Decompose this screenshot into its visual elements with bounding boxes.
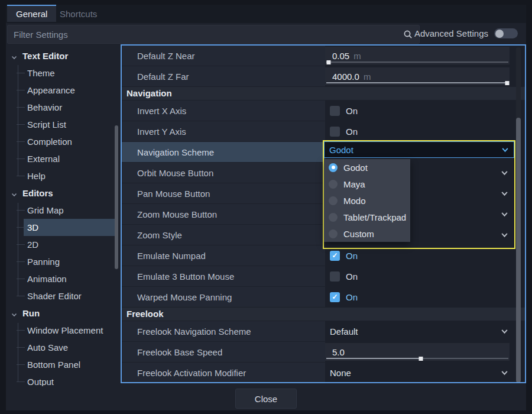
sidebar-section-text-editor[interactable]: Text Editor xyxy=(7,47,116,64)
tree-label: Script List xyxy=(27,119,66,130)
setting-row-freelook-navigation-scheme: Freelook Navigation Scheme Default xyxy=(122,321,525,341)
popup-option-tablet-trackpad[interactable]: Tablet/Trackpad xyxy=(324,209,410,225)
setting-row-freelook-activation-modifier: Freelook Activation Modifier None xyxy=(122,363,525,383)
tree-label: Shader Editor xyxy=(27,291,82,301)
setting-label: Pan Mouse Button xyxy=(137,189,210,199)
sidebar-item-panning[interactable]: Panning xyxy=(7,253,116,270)
sidebar-scrollbar[interactable] xyxy=(115,125,118,269)
close-button[interactable]: Close xyxy=(235,389,297,409)
sidebar-item-window-placement[interactable]: Window Placement xyxy=(7,322,116,339)
setting-value: 0.05 xyxy=(332,51,349,61)
tab-shortcuts[interactable]: Shortcuts xyxy=(51,5,106,22)
emulate-3-button-mouse-checkbox[interactable] xyxy=(330,271,340,282)
radio-icon xyxy=(329,213,338,222)
setting-row-invert-y-axis: Invert Y Axis On xyxy=(122,121,525,141)
tree-label: Run xyxy=(22,308,40,318)
default-z-far-spin-slider[interactable]: 4000.0 m xyxy=(325,67,510,85)
sidebar-item-2d[interactable]: 2D xyxy=(7,236,116,253)
slider-grabber[interactable] xyxy=(505,81,510,85)
setting-row-warped-mouse-panning: Warped Mouse Panning On xyxy=(122,287,525,307)
navigation-scheme-select[interactable]: Godot xyxy=(324,141,514,158)
slider-grabber[interactable] xyxy=(419,357,423,361)
chevron-down-icon xyxy=(11,48,17,65)
sidebar-item-output[interactable]: Output xyxy=(7,373,116,386)
checkbox-label: On xyxy=(346,127,358,137)
navigation-scheme-popup: Godot Maya Modo Tablet/Trackpad Custom xyxy=(324,159,410,242)
sidebar-item-script-list[interactable]: Script List xyxy=(7,116,116,133)
tree-label: Appearance xyxy=(27,85,75,95)
filter-settings-input[interactable] xyxy=(7,25,420,44)
tab-bar: General Shortcuts xyxy=(6,5,526,23)
warped-mouse-panning-checkbox[interactable] xyxy=(330,292,340,302)
panel-scrollbar[interactable] xyxy=(516,118,521,383)
chevron-down-icon[interactable] xyxy=(501,169,508,177)
advanced-settings-toggle[interactable] xyxy=(494,28,518,38)
chevron-down-icon xyxy=(11,185,17,202)
chevron-down-icon[interactable] xyxy=(501,211,508,218)
sidebar-item-theme[interactable]: Theme xyxy=(7,64,116,82)
popup-option-label: Custom xyxy=(343,229,374,239)
tab-general[interactable]: General xyxy=(7,5,56,22)
setting-label: Warped Mouse Panning xyxy=(137,292,232,302)
freelook-base-speed-spin-slider[interactable]: 5.0 xyxy=(325,343,510,361)
dropdown-selected-value[interactable]: None xyxy=(330,368,351,378)
chevron-down-icon[interactable] xyxy=(501,328,508,335)
popup-option-label: Tablet/Trackpad xyxy=(343,212,406,222)
dropdown-selected-value: Godot xyxy=(329,145,353,155)
chevron-down-icon[interactable] xyxy=(501,369,508,377)
sidebar-item-completion[interactable]: Completion xyxy=(7,133,116,150)
sidebar-item-3d[interactable]: 3D xyxy=(7,219,116,236)
radio-icon xyxy=(329,229,338,238)
tree-label: Theme xyxy=(27,68,55,78)
tree-label: Animation xyxy=(27,274,67,284)
tab-general-label: General xyxy=(16,9,47,19)
invert-y-axis-checkbox[interactable] xyxy=(330,127,340,137)
sidebar-item-external[interactable]: External xyxy=(7,150,116,167)
sidebar-section-editors[interactable]: Editors xyxy=(7,185,116,202)
setting-row-emulate-numpad: Emulate Numpad On xyxy=(122,245,525,266)
dropdown-selected-value[interactable]: Default xyxy=(330,326,358,337)
chevron-down-icon[interactable] xyxy=(501,190,508,198)
chevron-down-icon[interactable] xyxy=(501,231,508,239)
setting-row-default-z-far: Default Z Far 4000.0 m xyxy=(122,66,525,86)
setting-row-pan-mouse-button: Pan Mouse Button xyxy=(122,183,525,203)
sidebar-item-appearance[interactable]: Appearance xyxy=(7,82,116,99)
sidebar-item-behavior[interactable]: Behavior xyxy=(7,99,116,116)
chevron-down-icon[interactable] xyxy=(501,146,509,154)
section-header-freelook: Freelook xyxy=(122,308,525,321)
slider-fill xyxy=(326,82,507,83)
sidebar-item-animation[interactable]: Animation xyxy=(7,270,116,287)
sidebar-item-shader-editor[interactable]: Shader Editor xyxy=(7,287,116,305)
slider-track[interactable] xyxy=(326,82,508,83)
tree-label: Bottom Panel xyxy=(27,360,80,370)
emulate-numpad-checkbox[interactable] xyxy=(330,251,340,261)
slider-fill xyxy=(326,358,421,359)
setting-row-emulate-3-button-mouse: Emulate 3 Button Mouse On xyxy=(122,266,525,286)
sidebar-item-auto-save[interactable]: Auto Save xyxy=(7,339,116,356)
setting-label: Zoom Mouse Button xyxy=(137,209,217,219)
radio-selected-icon xyxy=(329,163,338,172)
default-z-near-spin-slider[interactable]: 0.05 m xyxy=(325,47,510,64)
sidebar-item-help[interactable]: Help xyxy=(7,167,116,185)
tree-label: 3D xyxy=(27,222,38,232)
popup-option-modo[interactable]: Modo xyxy=(324,192,410,209)
setting-row-orbit-mouse-button: Orbit Mouse Button xyxy=(122,163,525,183)
popup-option-maya[interactable]: Maya xyxy=(324,176,410,192)
sidebar-item-bottom-panel[interactable]: Bottom Panel xyxy=(7,356,116,373)
toggle-knob xyxy=(495,30,504,38)
popup-option-custom[interactable]: Custom xyxy=(324,225,410,242)
setting-row-zoom-style: Zoom Style xyxy=(122,225,525,245)
tree-label: Output xyxy=(27,377,54,386)
sidebar-section-run[interactable]: Run xyxy=(7,305,116,322)
slider-grabber[interactable] xyxy=(326,60,330,64)
slider-track[interactable] xyxy=(326,62,508,63)
popup-option-godot[interactable]: Godot xyxy=(324,159,410,176)
slider-track[interactable] xyxy=(326,358,508,359)
setting-value: 5.0 xyxy=(332,347,345,357)
unit-suffix: m xyxy=(353,51,361,61)
setting-label: Default Z Far xyxy=(137,72,189,82)
invert-x-axis-checkbox[interactable] xyxy=(330,106,340,116)
popup-option-label: Godot xyxy=(343,163,368,173)
sidebar-item-grid-map[interactable]: Grid Map xyxy=(7,202,116,219)
setting-label: Freelook Activation Modifier xyxy=(137,368,246,378)
